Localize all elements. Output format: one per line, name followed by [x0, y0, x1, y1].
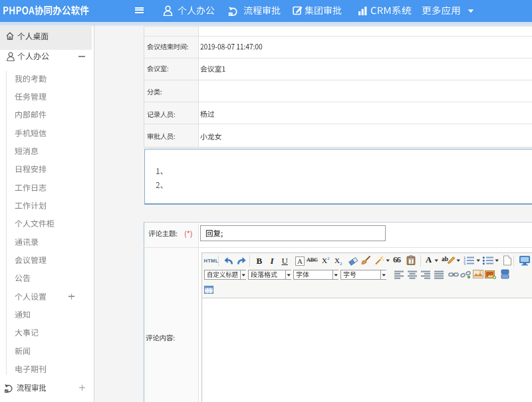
svg-text:A: A — [297, 257, 303, 265]
svg-text:3: 3 — [464, 262, 466, 266]
svg-text:T: T — [410, 258, 413, 264]
